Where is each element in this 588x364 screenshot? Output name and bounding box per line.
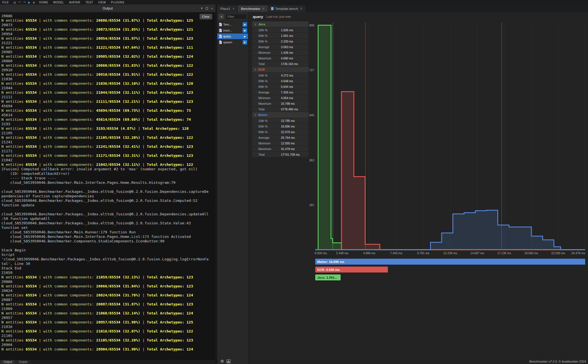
clear-output-button[interactable]: Clear: [200, 14, 212, 19]
stat-value: 17741.709 ms: [281, 153, 300, 156]
app-window: FILE ▤↶↷▶■ HOMEMODELAVATARTESTVIEWPLUGIN…: [0, 0, 588, 364]
stats-row: 90th %22.070 ms: [252, 129, 308, 135]
undo-icon[interactable]: ↶: [19, 1, 21, 4]
menubar-menus: HOMEMODELAVATARTESTVIEWPLUGINS: [39, 1, 124, 4]
benchmark-item-label: Tem...: [223, 23, 232, 26]
menu-test[interactable]: TEST: [85, 1, 93, 4]
log-line: 20824: [1, 289, 215, 293]
stats-section-ecr[interactable]: ∨ECR: [252, 67, 308, 73]
stat-label: Total: [258, 62, 281, 66]
doc-tab-benchmarker[interactable]: Benchmarker×: [238, 5, 267, 12]
stat-value: 1.436 ms: [281, 51, 293, 54]
menu-model[interactable]: MODEL: [53, 1, 64, 4]
run-benchmark-button[interactable]: ▶: [243, 28, 247, 33]
benchmarker-plugin-window: Place1×Benchmarker×Template.bench× + Tem…: [217, 5, 588, 364]
tab-close-icon[interactable]: ×: [300, 7, 302, 11]
stats-row: Total4778.496 ms: [252, 106, 308, 112]
benchmark-item-tem[interactable]: Tem...▶: [217, 22, 248, 27]
doc-tab-place1[interactable]: Place1×: [217, 5, 238, 12]
log-line: N entities 65534 | with common component…: [1, 293, 215, 298]
output-panel-header[interactable]: Output ▾ ×: [0, 5, 215, 12]
add-benchmark-button[interactable]: +: [219, 14, 224, 19]
legend-bar-matter: Matter: 16.896 ms: [315, 259, 585, 265]
filter-input[interactable]: [225, 14, 247, 19]
log-line: N entities 65534 | with common component…: [1, 153, 215, 158]
benchmark-item-query[interactable]: query▶: [217, 34, 248, 39]
y-tick-label: 727: [309, 68, 314, 72]
log-line: N entities 65534 | with common component…: [1, 347, 215, 352]
stats-row: Maximum10.798 ms: [252, 101, 308, 106]
stats-row: Average3.063 ms: [252, 44, 308, 50]
run-benchmark-button[interactable]: ▶: [243, 34, 247, 39]
log-line: N entities 65534 | with common component…: [1, 108, 215, 113]
log-line: 'cloud_5853950046.Benchmarker.Packages._…: [1, 257, 215, 262]
report-icon[interactable]: [227, 359, 231, 363]
log-line: N entities 65534 | with common component…: [1, 329, 215, 334]
tab-close-icon[interactable]: ×: [232, 7, 234, 11]
stat-label: Minimum: [258, 51, 281, 54]
save-icon[interactable]: ▤: [13, 1, 16, 4]
benchmark-item-spawn[interactable]: spawn▶: [217, 39, 248, 45]
doc-tab-template-bench[interactable]: Template.bench×: [268, 5, 305, 12]
log-line: cloud_5853950046.Benchmarker.Packages._I…: [1, 198, 215, 203]
toolbar-icons: ▤↶↷▶■: [13, 1, 35, 4]
x-tick-label: 9.791 ms: [417, 251, 429, 255]
stop-icon[interactable]: ■: [33, 1, 35, 4]
x-tick-label: 0.000 ms: [315, 251, 327, 255]
benchmark-main: query Last run: just now ∨Jecs10th %1.50…: [248, 12, 588, 364]
log-line: N entities 65534 | with common component…: [1, 18, 215, 23]
histogram-chart: 0.000 ms2.448 ms4.896 ms7.343 ms9.791 ms…: [308, 21, 588, 256]
tab-close-icon[interactable]: ×: [263, 7, 265, 11]
run-benchmark-button[interactable]: ▶: [243, 22, 247, 27]
output-log-container[interactable]: Clear 20886N entities 65534 | with commo…: [0, 12, 215, 359]
log-line: N entities 65534 | with common component…: [1, 320, 215, 325]
log-line: 20985: [1, 50, 215, 54]
play-icon[interactable]: ▶: [28, 1, 30, 4]
chevron-down-icon[interactable]: ▾: [201, 6, 203, 10]
pane-splitter[interactable]: [215, 5, 217, 364]
log-line: 31221: [1, 41, 215, 45]
stats-row: 10th %4.272 ms: [252, 73, 308, 78]
close-icon[interactable]: ×: [211, 7, 213, 10]
log-line: function update: [1, 203, 215, 207]
menu-view[interactable]: VIEW: [98, 1, 106, 4]
stats-row: 50th %4.548 ms: [252, 78, 308, 84]
log-line: 21241: [1, 140, 215, 144]
menu-avatar[interactable]: AVATAR: [69, 1, 80, 4]
stat-label: 90th %: [258, 85, 281, 88]
output-panel: Output ▾ × Clear 20886N entities 65534 |…: [0, 5, 215, 364]
stat-label: Average: [258, 45, 281, 49]
stat-value: 10.798 ms: [281, 102, 295, 105]
script-icon: [219, 41, 222, 44]
benchmark-list: Tem...▶inser...▶query▶spawn▶: [217, 22, 248, 45]
log-line: N entities 65534 | with common component…: [1, 81, 215, 86]
redo-icon[interactable]: ↷: [23, 1, 26, 4]
plugin-body: + Tem...▶inser...▶query▶spawn▶ query Las…: [217, 12, 588, 364]
stat-label: Maximum: [258, 102, 281, 105]
chevron-down-icon: ∨: [254, 113, 256, 116]
stats-row: 90th %5.644 ms: [252, 84, 308, 90]
chart-legend: Matter: 16.896 msECR: 4.548 msJecs: 1.59…: [315, 259, 585, 282]
log-line: N entities 65534 | with common component…: [1, 284, 215, 289]
menu-plugins[interactable]: PLUGINS: [111, 1, 124, 4]
stat-value: 26.764 ms: [281, 136, 295, 139]
stats-row: Maximum4.690 ms: [252, 55, 308, 61]
run-benchmark-button[interactable]: ▶: [243, 40, 247, 44]
stats-section-jecs[interactable]: ∨Jecs: [252, 21, 308, 27]
gear-icon[interactable]: ⚙: [220, 359, 224, 363]
benchmark-item-label: query: [223, 35, 231, 38]
float-window-icon[interactable]: [206, 7, 208, 10]
legend-label: ECR: 4.548 ms: [317, 268, 340, 271]
x-tick-label: 12.239 ms: [443, 251, 457, 255]
menu-home[interactable]: HOME: [39, 1, 48, 4]
output-tab[interactable]: Output: [16, 360, 30, 364]
log-line: cloud_5853950046.Benchmarker.Main.Interf…: [1, 180, 215, 185]
benchmark-item-inser[interactable]: inser...▶: [217, 28, 248, 33]
stat-value: 3.063 ms: [281, 45, 293, 49]
stat-value: 16.896 ms: [281, 125, 295, 128]
stats-section-matter[interactable]: ∨Matter: [252, 112, 308, 118]
output-tab[interactable]: Output: [1, 360, 15, 364]
log-line: 45614: [1, 113, 215, 117]
y-tick-label: 545: [309, 113, 314, 117]
menu-file[interactable]: FILE: [2, 1, 9, 4]
